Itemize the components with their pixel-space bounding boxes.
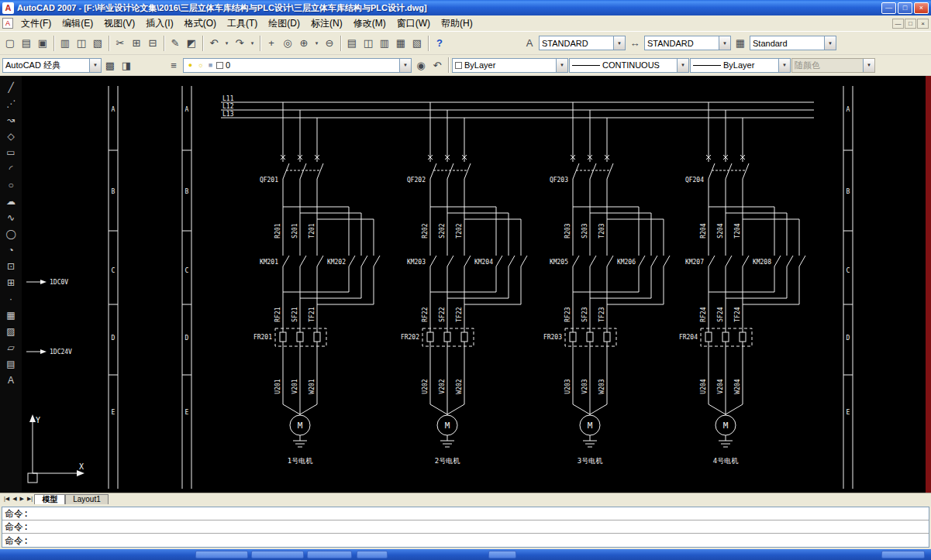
tab-nav-prev-icon[interactable]: ◀ xyxy=(11,493,18,504)
chevron-down-icon[interactable]: ▼ xyxy=(824,36,836,50)
menu-tools[interactable]: 工具(T) xyxy=(222,15,263,32)
cut-icon[interactable]: ✂ xyxy=(112,36,128,51)
save-icon[interactable]: ▣ xyxy=(35,36,50,51)
tab-layout1[interactable]: Layout1 xyxy=(65,494,109,504)
undo-icon[interactable]: ↶ xyxy=(206,36,222,51)
linetype-select[interactable]: CONTINUOUS ▼ xyxy=(569,58,689,73)
tab-nav-first-icon[interactable]: |◀ xyxy=(2,493,11,504)
taskbar-button[interactable] xyxy=(251,551,304,558)
make-object-layer-current-icon[interactable]: ◉ xyxy=(413,57,429,73)
qnew-icon[interactable]: ▢ xyxy=(2,36,18,51)
maximize-button[interactable]: □ xyxy=(898,2,912,14)
designcenter-icon[interactable]: ◫ xyxy=(360,36,376,51)
workspace-toggle-icon[interactable]: ▩ xyxy=(102,57,118,73)
taskbar-button[interactable] xyxy=(307,551,352,558)
table-icon[interactable]: ▤ xyxy=(2,356,19,372)
tab-nav-last-icon[interactable]: ▶| xyxy=(26,493,34,504)
dwg-document-icon[interactable]: A xyxy=(2,18,13,29)
dim-style-select[interactable]: STANDARD ▼ xyxy=(644,36,731,50)
layer-on-icon[interactable]: ● xyxy=(186,61,195,69)
workspace-select[interactable]: AutoCAD 经典 ▼ xyxy=(2,58,102,73)
rectangle-icon[interactable]: ▭ xyxy=(2,145,19,160)
markup-set-manager-icon[interactable]: ▧ xyxy=(409,36,425,51)
layer-properties-manager-icon[interactable]: ≡ xyxy=(166,57,181,73)
menu-modify[interactable]: 修改(M) xyxy=(348,15,391,32)
open-icon[interactable]: ▤ xyxy=(19,36,34,51)
plot-icon[interactable]: ▥ xyxy=(57,36,73,51)
insert-block-icon[interactable]: ⊡ xyxy=(2,259,19,274)
hatch-icon[interactable]: ▦ xyxy=(2,307,19,323)
region-icon[interactable]: ▱ xyxy=(2,340,19,356)
copy-icon[interactable]: ⊞ xyxy=(129,36,144,51)
chevron-down-icon[interactable]: ▼ xyxy=(556,59,567,72)
menu-dimension[interactable]: 标注(N) xyxy=(305,15,348,32)
workspace-settings-icon[interactable]: ◨ xyxy=(119,57,134,73)
chevron-down-icon[interactable]: ▼ xyxy=(613,36,625,50)
menu-edit[interactable]: 编辑(E) xyxy=(57,15,98,32)
menu-view[interactable]: 视图(V) xyxy=(98,15,140,32)
layer-lock-icon[interactable]: ■ xyxy=(206,61,215,69)
gradient-icon[interactable]: ▨ xyxy=(2,324,19,339)
polyline-icon[interactable]: ↝ xyxy=(2,112,19,128)
mdi-restore-button[interactable]: □ xyxy=(905,19,916,29)
zoom-realtime-icon[interactable]: ◎ xyxy=(280,36,295,51)
make-block-icon[interactable]: ⊞ xyxy=(2,275,19,290)
mdi-minimize-button[interactable]: — xyxy=(892,19,904,29)
match-properties-icon[interactable]: ✎ xyxy=(167,36,183,51)
menu-draw[interactable]: 绘图(D) xyxy=(263,15,305,32)
menu-insert[interactable]: 插入(I) xyxy=(140,15,178,32)
layer-freeze-icon[interactable]: ☼ xyxy=(196,61,205,69)
plot-preview-icon[interactable]: ◫ xyxy=(74,36,89,51)
spline-icon[interactable]: ∿ xyxy=(2,210,19,225)
pan-icon[interactable]: + xyxy=(264,36,279,51)
chevron-down-icon[interactable]: ▼ xyxy=(89,59,101,72)
menu-format[interactable]: 格式(O) xyxy=(179,15,222,32)
arc-icon[interactable]: ◜ xyxy=(2,161,19,177)
taskbar-button[interactable] xyxy=(195,551,248,558)
point-icon[interactable]: · xyxy=(2,291,19,307)
construction-line-icon[interactable]: ⋰ xyxy=(2,96,19,112)
redo-dropdown-icon[interactable]: ▾ xyxy=(248,36,257,51)
autocad-app-icon[interactable]: A xyxy=(2,2,14,14)
chevron-down-icon[interactable]: ▼ xyxy=(778,59,790,72)
undo-dropdown-icon[interactable]: ▾ xyxy=(222,36,231,51)
table-style-icon[interactable]: ▦ xyxy=(733,36,748,51)
chevron-down-icon[interactable]: ▼ xyxy=(677,59,688,72)
layer-select[interactable]: ●☼■ 0 ▼ xyxy=(183,58,412,73)
sheet-set-manager-icon[interactable]: ▦ xyxy=(393,36,409,51)
paste-icon[interactable]: ⊟ xyxy=(145,36,160,51)
menu-window[interactable]: 窗口(W) xyxy=(391,15,436,32)
redo-icon[interactable]: ↷ xyxy=(232,36,247,51)
polygon-icon[interactable]: ◇ xyxy=(2,129,19,144)
lineweight-select[interactable]: ByLayer ▼ xyxy=(690,58,791,73)
zoom-window-icon[interactable]: ⊕ xyxy=(296,36,312,51)
command-text-area[interactable]: 命令: 命令: 命令: xyxy=(2,507,929,548)
line-icon[interactable]: ╱ xyxy=(2,80,19,95)
dim-style-icon[interactable]: ↔ xyxy=(627,36,643,51)
command-prompt[interactable]: 命令: xyxy=(2,534,929,548)
publish-icon[interactable]: ▧ xyxy=(90,36,105,51)
minimize-button[interactable]: — xyxy=(881,2,896,14)
help-icon[interactable]: ? xyxy=(432,36,447,51)
properties-icon[interactable]: ▤ xyxy=(344,36,360,51)
text-style-select[interactable]: STANDARD ▼ xyxy=(539,36,626,50)
layer-color-swatch[interactable] xyxy=(216,62,223,69)
zoom-flyout-icon[interactable]: ▾ xyxy=(312,36,321,51)
circle-icon[interactable]: ○ xyxy=(2,177,19,193)
chevron-down-icon[interactable]: ▼ xyxy=(719,36,730,50)
block-editor-icon[interactable]: ◩ xyxy=(184,36,199,51)
close-button[interactable]: × xyxy=(914,2,929,14)
drawing-canvas[interactable]: AAABBBCCCDDDEEEL11L12L13R201RF21U201S201… xyxy=(22,76,931,493)
tab-nav-next-icon[interactable]: ▶ xyxy=(19,493,26,504)
table-style-select[interactable]: Standard ▼ xyxy=(750,36,836,50)
taskbar-button[interactable] xyxy=(357,551,388,558)
tool-palettes-icon[interactable]: ▥ xyxy=(377,36,392,51)
ellipse-arc-icon[interactable]: ◔ xyxy=(2,242,19,258)
menu-file[interactable]: 文件(F) xyxy=(16,15,57,32)
layer-previous-icon[interactable]: ↶ xyxy=(429,57,445,73)
tab-model[interactable]: 模型 xyxy=(34,494,65,504)
taskbar-button[interactable] xyxy=(881,551,925,558)
chevron-down-icon[interactable]: ▼ xyxy=(399,59,411,72)
zoom-previous-icon[interactable]: ⊖ xyxy=(322,36,337,51)
text-style-icon[interactable]: A xyxy=(522,36,537,51)
